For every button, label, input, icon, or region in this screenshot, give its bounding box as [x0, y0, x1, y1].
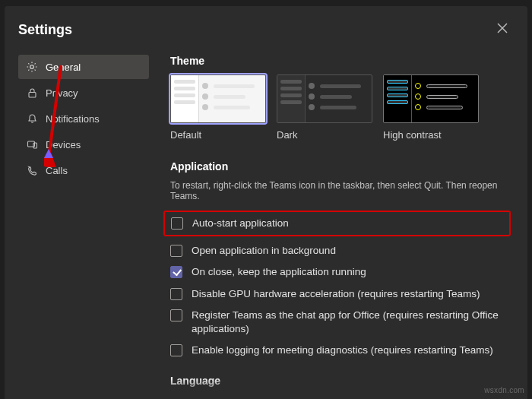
sidebar-item-privacy[interactable]: Privacy: [18, 81, 149, 105]
option-label: Open application in background: [192, 244, 336, 258]
sidebar-item-label: General: [46, 62, 81, 73]
theme-option-high-contrast[interactable]: High contrast: [383, 74, 479, 141]
phone-icon: [26, 164, 38, 176]
option-label: Enable logging for meeting diagnostics (…: [192, 344, 493, 357]
sidebar-item-label: Devices: [46, 139, 81, 150]
checkbox[interactable]: [170, 288, 182, 300]
checkbox[interactable]: [171, 217, 183, 230]
sidebar-item-notifications[interactable]: Notifications: [18, 106, 149, 131]
checkbox[interactable]: [170, 309, 182, 321]
theme-option-default[interactable]: Default: [170, 74, 266, 141]
lock-icon: [26, 87, 38, 99]
sidebar-item-calls[interactable]: Calls: [18, 158, 149, 182]
svg-rect-5: [33, 143, 37, 148]
option-auto-start[interactable]: Auto-start application: [163, 211, 511, 236]
close-icon: [497, 23, 508, 33]
language-heading: Language: [170, 375, 511, 387]
sidebar-item-general[interactable]: General: [18, 55, 149, 79]
theme-thumbnail: [277, 74, 372, 123]
option-label: Disable GPU hardware acceleration (requi…: [192, 287, 480, 301]
watermark: wsxdn.com: [484, 386, 524, 394]
option-label: Auto-start application: [192, 217, 289, 230]
svg-point-2: [30, 65, 34, 69]
option-register-office-chat[interactable]: Register Teams as the chat app for Offic…: [170, 309, 511, 336]
checkbox[interactable]: [170, 266, 182, 278]
devices-icon: [26, 138, 38, 150]
theme-option-dark[interactable]: Dark: [277, 74, 372, 141]
theme-label: Dark: [277, 129, 372, 141]
gear-icon: [26, 61, 38, 73]
option-open-background[interactable]: Open application in background: [170, 244, 511, 258]
theme-heading: Theme: [170, 55, 511, 67]
theme-thumbnail: [383, 74, 479, 123]
option-disable-gpu[interactable]: Disable GPU hardware acceleration (requi…: [170, 287, 511, 301]
theme-label: High contrast: [383, 129, 479, 141]
option-enable-logging[interactable]: Enable logging for meeting diagnostics (…: [170, 344, 511, 357]
option-on-close-keep-running[interactable]: On close, keep the application running: [170, 265, 511, 279]
sidebar-item-label: Calls: [46, 165, 68, 176]
settings-sidebar: General Privacy Notifications Devices: [18, 55, 149, 394]
application-restart-hint: To restart, right-click the Teams icon i…: [170, 180, 511, 201]
theme-thumbnail: [170, 74, 266, 123]
checkbox[interactable]: [170, 245, 182, 257]
checkbox[interactable]: [170, 344, 182, 356]
close-button[interactable]: [494, 20, 511, 40]
sidebar-item-devices[interactable]: Devices: [18, 132, 149, 157]
svg-rect-3: [29, 92, 36, 97]
page-title: Settings: [18, 22, 72, 38]
theme-label: Default: [170, 129, 266, 141]
application-heading: Application: [170, 160, 511, 173]
sidebar-item-label: Notifications: [46, 113, 100, 125]
bell-icon: [26, 112, 38, 125]
sidebar-item-label: Privacy: [46, 87, 78, 99]
option-label: On close, keep the application running: [192, 265, 366, 279]
option-label: Register Teams as the chat app for Offic…: [192, 309, 511, 336]
